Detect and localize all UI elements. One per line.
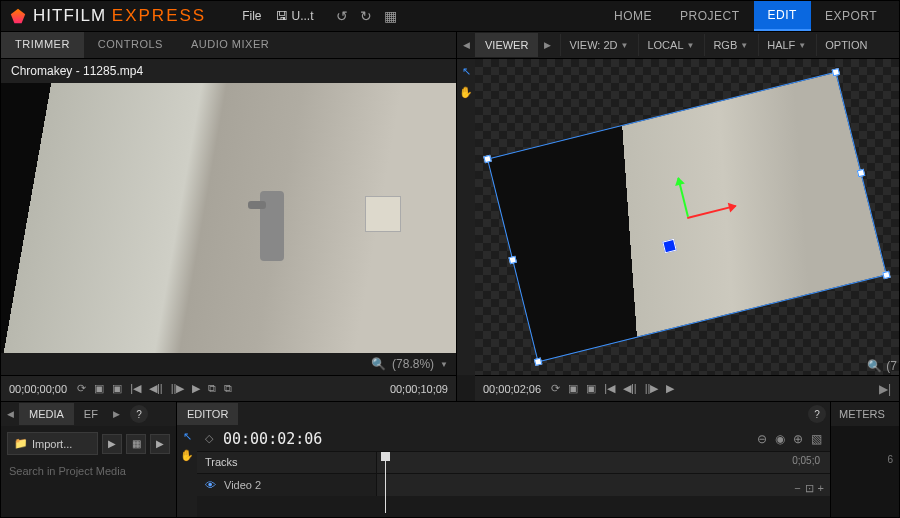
- out-point-icon[interactable]: ▣: [586, 382, 596, 395]
- handle-top-left[interactable]: [483, 155, 491, 163]
- next-edit-icon[interactable]: ⊕: [793, 432, 803, 446]
- meters-panel: METERS 6: [831, 402, 899, 517]
- tab-edit[interactable]: EDIT: [754, 1, 811, 31]
- media-search-input[interactable]: Search in Project Media: [1, 461, 176, 481]
- zoom-in-icon[interactable]: +: [818, 482, 824, 495]
- keyframe-toggle-icon[interactable]: ◇: [205, 432, 213, 445]
- brand-word-2: EXPRESS: [112, 6, 206, 25]
- grid-icon[interactable]: ▦: [384, 8, 397, 24]
- menu-file[interactable]: File: [242, 9, 261, 23]
- tab-editor[interactable]: EDITOR: [177, 403, 238, 425]
- tab-trimmer[interactable]: TRIMMER: [1, 32, 84, 58]
- audio-meter: 6: [831, 426, 899, 517]
- zoom-fit-icon[interactable]: ⊡: [805, 482, 814, 495]
- undo-icon[interactable]: ↺: [336, 8, 348, 24]
- tab-audiomixer[interactable]: AUDIO MIXER: [177, 32, 283, 58]
- in-point-icon[interactable]: ▣: [568, 382, 578, 395]
- app-logo: HITFILM EXPRESS: [9, 6, 206, 26]
- viewer-panel-tabs: ◀ VIEWER ▶ VIEW: 2D▼ LOCAL▼ RGB▼ HALF▼ O…: [457, 32, 899, 58]
- viewer-view-mode[interactable]: VIEW: 2D▼: [560, 34, 636, 56]
- viewer-space[interactable]: LOCAL▼: [638, 34, 702, 56]
- viewer-channels[interactable]: RGB▼: [704, 34, 756, 56]
- track-body[interactable]: [377, 474, 830, 496]
- viewer-quality[interactable]: HALF▼: [758, 34, 814, 56]
- ruler-timecode: 0;05;0: [792, 455, 820, 466]
- select-tool-icon[interactable]: ↖: [462, 65, 471, 78]
- out-point-icon[interactable]: ▣: [112, 382, 122, 395]
- tab-meters[interactable]: METERS: [831, 402, 899, 426]
- redo-icon[interactable]: ↻: [360, 8, 372, 24]
- folder-icon: 📁: [14, 437, 28, 450]
- help-icon[interactable]: ?: [808, 405, 826, 423]
- tab-project[interactable]: PROJECT: [666, 1, 754, 31]
- handle-mid-left[interactable]: [508, 256, 516, 264]
- axis-y-icon[interactable]: [677, 178, 689, 217]
- anchor-handle[interactable]: [662, 239, 677, 254]
- import-dropdown-icon[interactable]: ▶: [102, 434, 122, 454]
- snapshot-icon[interactable]: ▧: [811, 432, 822, 446]
- trimmer-panel: Chromakey - 11285.mp4 🔍 (78.8%) ▼ 00;00;…: [1, 59, 457, 401]
- select-tool-icon[interactable]: ↖: [183, 430, 192, 443]
- in-point-icon[interactable]: ▣: [94, 382, 104, 395]
- trimmer-transport: 00;00;00;00 ⟳ ▣ ▣ |◀ ◀|| ||▶ ▶ ⧉ ⧉ 00;00…: [1, 375, 456, 401]
- go-start-icon[interactable]: |◀: [604, 382, 615, 395]
- hand-tool-icon[interactable]: ✋: [459, 86, 473, 99]
- menu-save[interactable]: 🖫U...t: [276, 9, 314, 23]
- new-item-icon[interactable]: ▦: [126, 434, 146, 454]
- tab-home[interactable]: HOME: [600, 1, 666, 31]
- new-item-dropdown-icon[interactable]: ▶: [150, 434, 170, 454]
- play-icon[interactable]: ▶: [192, 382, 200, 395]
- zoom-out-icon[interactable]: −: [794, 482, 800, 495]
- tab-viewer[interactable]: VIEWER: [475, 33, 538, 57]
- timeline: ◇ 00:00:02:06 ⊖ ◉ ⊕ ▧ Tracks 0: [197, 426, 830, 517]
- go-start-icon[interactable]: |◀: [130, 382, 141, 395]
- track-row: 👁 Video 2: [197, 474, 830, 496]
- play-icon[interactable]: ▶: [666, 382, 674, 395]
- tab-media[interactable]: MEDIA: [19, 403, 74, 425]
- tab-export[interactable]: EXPORT: [811, 1, 891, 31]
- trimmer-preview[interactable]: [1, 83, 456, 353]
- tracks-header: Tracks: [197, 452, 377, 473]
- panel-prev-icon[interactable]: ◀: [1, 409, 19, 419]
- help-icon[interactable]: ?: [130, 405, 148, 423]
- visibility-icon[interactable]: 👁: [205, 479, 216, 491]
- go-end-icon[interactable]: ▶|: [879, 382, 891, 396]
- tab-controls[interactable]: CONTROLS: [84, 32, 177, 58]
- playhead[interactable]: [385, 452, 386, 513]
- viewer-next-icon[interactable]: ▶: [538, 40, 556, 50]
- handle-mid-right[interactable]: [857, 169, 865, 177]
- trimmer-clip-name: Chromakey - 11285.mp4: [1, 59, 456, 83]
- handle-bottom-right[interactable]: [882, 271, 890, 279]
- loop-icon[interactable]: ⟳: [77, 382, 86, 395]
- panel-next-icon[interactable]: ▶: [108, 409, 126, 419]
- left-panel-tabs: TRIMMER CONTROLS AUDIO MIXER: [1, 32, 457, 58]
- overlay-icon[interactable]: ⧉: [224, 382, 232, 395]
- track-label[interactable]: Video 2: [224, 479, 261, 491]
- hand-tool-icon[interactable]: ✋: [180, 449, 194, 462]
- viewer-prev-icon[interactable]: ◀: [457, 40, 475, 50]
- svg-marker-0: [11, 9, 25, 23]
- step-back-icon[interactable]: ◀||: [149, 382, 163, 395]
- handle-top-right[interactable]: [832, 68, 840, 76]
- import-button[interactable]: 📁Import...: [7, 432, 98, 455]
- timeline-ruler[interactable]: 0;05;0 − ⊡ +: [377, 452, 830, 473]
- viewer-options[interactable]: OPTION: [816, 34, 875, 56]
- chevron-down-icon[interactable]: ▼: [440, 360, 448, 369]
- insert-icon[interactable]: ⧉: [208, 382, 216, 395]
- step-back-icon[interactable]: ◀||: [623, 382, 637, 395]
- playhead-icon[interactable]: ◉: [775, 432, 785, 446]
- viewer-canvas[interactable]: [475, 59, 899, 375]
- timeline-timecode[interactable]: 00:00:02:06: [223, 430, 322, 448]
- loop-icon[interactable]: ⟳: [551, 382, 560, 395]
- save-icon: 🖫: [276, 9, 288, 23]
- handle-bottom-left[interactable]: [534, 358, 542, 366]
- step-fwd-icon[interactable]: ||▶: [171, 382, 185, 395]
- brand-word-1: HITFILM: [33, 6, 106, 25]
- tab-effects[interactable]: EF: [74, 403, 108, 425]
- search-icon[interactable]: 🔍: [867, 359, 882, 373]
- prev-edit-icon[interactable]: ⊖: [757, 432, 767, 446]
- axis-x-icon[interactable]: [687, 205, 736, 219]
- transform-bounding-box[interactable]: [487, 72, 887, 363]
- step-fwd-icon[interactable]: ||▶: [645, 382, 659, 395]
- search-icon[interactable]: 🔍: [371, 357, 386, 371]
